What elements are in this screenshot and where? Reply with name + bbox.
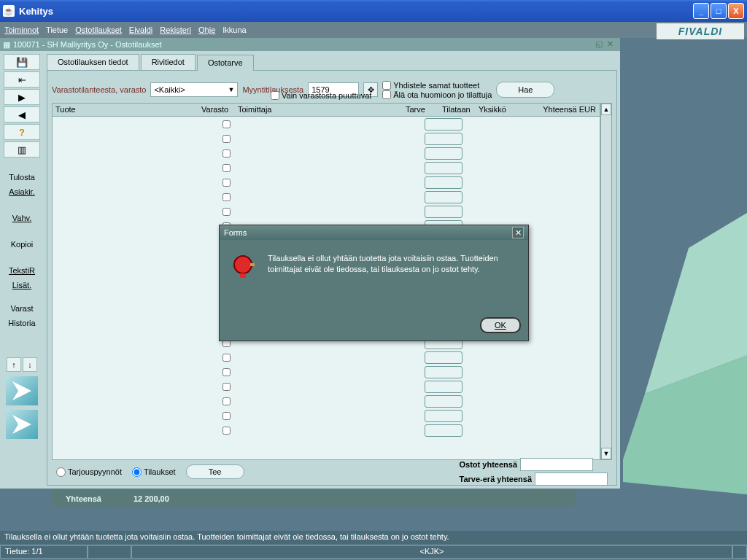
th-tarve: Tarve <box>403 104 439 116</box>
help-icon[interactable]: ? <box>4 124 40 140</box>
dialog-ok-button[interactable]: OK <box>480 317 521 333</box>
svg-point-4 <box>234 256 252 273</box>
varasto-combo[interactable]: <Kaikki>▼ <box>150 82 238 97</box>
historia-button[interactable]: Historia <box>1 316 42 330</box>
table-row <box>53 350 600 365</box>
menu-rekisteri[interactable]: Rekisteri <box>160 26 191 34</box>
table-row <box>53 190 600 204</box>
table-header: Tuote Varasto Toimittaja Tarve Tilataan … <box>53 104 600 117</box>
asiakir-button[interactable]: Asiakir. <box>1 185 42 198</box>
row-checkbox[interactable] <box>222 383 231 391</box>
row-checkbox[interactable] <box>222 427 231 435</box>
menu-tietue[interactable]: Tietue <box>46 26 68 34</box>
tab-rivitiedot[interactable]: Rivitiedot <box>141 54 196 70</box>
save-icon[interactable]: 💾 <box>4 54 40 70</box>
up-arrow-button[interactable]: ↑ <box>7 357 21 372</box>
maximize-button[interactable]: □ <box>711 3 727 19</box>
down-arrow-button[interactable]: ↓ <box>23 357 37 372</box>
row-input[interactable] <box>425 206 462 218</box>
varasto-label: Varastotilanteesta, varasto <box>52 85 146 94</box>
row-checkbox[interactable] <box>222 397 231 405</box>
table-row <box>53 408 600 423</box>
mdi-title-text: 100071 - SH Malliyritys Oy - Ostotilauks… <box>13 40 162 49</box>
tee-button[interactable]: Tee <box>186 464 244 479</box>
mdi-titlebar: ▦ 100071 - SH Malliyritys Oy - Ostotilau… <box>0 38 620 51</box>
row-input[interactable] <box>425 395 462 408</box>
window-titlebar: ☕ Kehitys _ □ X <box>0 0 747 22</box>
row-checkbox[interactable] <box>222 120 231 128</box>
forward-icon[interactable]: ▶ <box>4 89 40 105</box>
ostot-yhteensa-input[interactable] <box>520 458 593 471</box>
row-input[interactable] <box>425 424 462 437</box>
th-varasto: Varasto <box>198 104 235 116</box>
menu-eivaldi[interactable]: Eivaldi <box>129 26 152 34</box>
radio-tarjouspyynnot[interactable]: Tarjouspyynnöt <box>56 467 122 477</box>
menu-ikkuna[interactable]: Ikkuna <box>222 26 246 34</box>
tarve-era-input[interactable] <box>535 472 608 486</box>
status-cell-2 <box>88 545 131 559</box>
row-input[interactable] <box>425 133 462 145</box>
app-icon-1[interactable] <box>6 376 38 405</box>
row-input[interactable] <box>425 176 462 189</box>
status-bar: Tietue: 1/1 <KJK> <box>0 545 747 559</box>
app-icon-2[interactable] <box>6 410 38 439</box>
menu-ohje[interactable]: Ohje <box>198 26 215 34</box>
misc-icon[interactable]: ▥ <box>4 141 40 158</box>
status-cell-4 <box>732 545 747 559</box>
chk-yhdistele[interactable]: Yhdistele samat tuotteet <box>382 81 492 90</box>
window-title: Kehitys <box>19 6 693 17</box>
row-checkbox[interactable] <box>222 135 231 143</box>
row-input[interactable] <box>425 147 462 160</box>
java-icon: ☕ <box>3 5 15 17</box>
row-input[interactable] <box>425 191 462 203</box>
tab-ostotilauksen-tiedot[interactable]: Ostotilauksen tiedot <box>47 54 139 70</box>
dialog-titlebar[interactable]: Forms ✕ <box>220 225 528 240</box>
row-checkbox[interactable] <box>222 149 231 158</box>
row-checkbox[interactable] <box>222 193 231 201</box>
row-input[interactable] <box>425 410 462 422</box>
vahv-button[interactable]: Vahv. <box>1 211 42 225</box>
summary-value: 12 200,00 <box>133 494 169 503</box>
tab-ostotarve[interactable]: Ostotarve <box>197 55 254 71</box>
tarve-era-label: Tarve-erä yhteensä <box>460 475 532 483</box>
row-input[interactable] <box>425 118 462 131</box>
row-input[interactable] <box>425 351 462 364</box>
close-button[interactable]: X <box>728 3 744 19</box>
row-checkbox[interactable] <box>222 164 231 172</box>
status-record: Tietue: 1/1 <box>0 545 88 559</box>
table-row <box>53 131 600 146</box>
kopioi-button[interactable]: Kopioi <box>1 238 42 251</box>
row-checkbox[interactable] <box>222 412 231 420</box>
back-icon[interactable]: ◀ <box>4 106 40 122</box>
row-checkbox[interactable] <box>222 179 231 187</box>
table-scrollbar[interactable]: ▲ ▼ <box>600 103 612 460</box>
row-input[interactable] <box>425 162 462 174</box>
row-checkbox[interactable] <box>222 354 231 362</box>
dialog-close-icon[interactable]: ✕ <box>512 227 524 238</box>
bottom-controls: Tarjouspyynnöt Tilaukset Tee Ostot yhtee… <box>52 463 612 481</box>
tulosta-button[interactable]: Tulosta <box>1 171 42 184</box>
row-checkbox[interactable] <box>222 208 231 216</box>
table-row <box>53 204 600 219</box>
tekstir-button[interactable]: TekstiR <box>1 264 42 277</box>
minimize-button[interactable]: _ <box>693 3 709 19</box>
exit-icon[interactable]: ⇤ <box>4 71 40 88</box>
menu-toiminnot[interactable]: Toiminnot <box>4 26 39 34</box>
alert-bell-icon <box>231 253 258 279</box>
th-yksikko: Yksikkö <box>476 104 519 116</box>
chk-vain-varastosta[interactable]: Vain varastosta puuttuvat <box>271 91 612 100</box>
radio-tilaukset[interactable]: Tilaukset <box>132 467 176 477</box>
scroll-up-icon[interactable]: ▲ <box>601 104 611 115</box>
menu-ostotilaukset[interactable]: Ostotilaukset <box>75 26 122 34</box>
lisat-button[interactable]: Lisät. <box>1 279 42 292</box>
row-checkbox[interactable] <box>222 368 231 376</box>
mdi-close-button[interactable]: ✕ <box>607 39 617 50</box>
decorative-shapes <box>623 58 747 525</box>
mdi-restore-button[interactable]: ◱ <box>595 39 605 50</box>
varast-button[interactable]: Varast <box>1 302 42 315</box>
row-input[interactable] <box>425 381 462 393</box>
filter-row: Varastotilanteesta, varasto <Kaikki>▼ My… <box>52 75 612 104</box>
forms-dialog: Forms ✕ Tilauksella ei ollut yhtään tuot… <box>219 225 529 341</box>
row-input[interactable] <box>425 366 462 378</box>
ostot-yhteensa-label: Ostot yhteensä <box>460 460 517 469</box>
